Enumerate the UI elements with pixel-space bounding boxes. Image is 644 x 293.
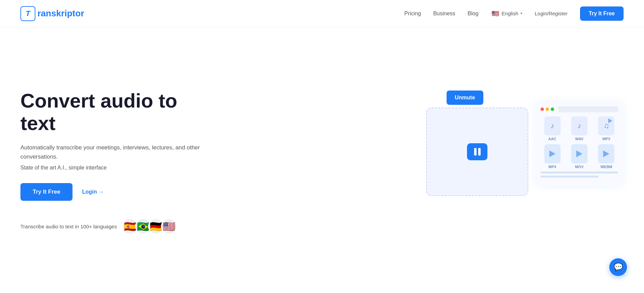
languages-text: Transcribe audio to text in 100+ languag… bbox=[20, 224, 117, 229]
login-register-link[interactable]: Login/Register bbox=[535, 11, 568, 16]
nav-links: Pricing Business Blog 🇺🇸 English ▾ Login… bbox=[404, 6, 624, 21]
flag-usa: 🇺🇸 bbox=[161, 218, 177, 234]
try-it-free-hero-button[interactable]: Try It Free bbox=[20, 183, 73, 201]
file-wav: ♪ WAV bbox=[567, 116, 591, 141]
unmute-button[interactable]: Unmute bbox=[447, 91, 483, 105]
file-label-mov: MOV bbox=[575, 165, 583, 169]
file-mp4: MP4 bbox=[541, 144, 564, 169]
file-label-wav: WAV bbox=[575, 137, 583, 141]
dot-yellow bbox=[546, 108, 549, 111]
text-line-2 bbox=[541, 176, 599, 178]
language-selector[interactable]: 🇺🇸 English ▾ bbox=[491, 9, 522, 18]
file-label-mp3: MP3 bbox=[602, 137, 610, 141]
logo-text: ranskriptor bbox=[37, 8, 84, 19]
dot-green bbox=[551, 108, 554, 111]
hero-subtitle1: Automatically transcribe your meetings, … bbox=[20, 143, 218, 161]
nav-business[interactable]: Business bbox=[433, 11, 455, 17]
pause-button[interactable] bbox=[467, 143, 487, 160]
hero-left-content: Convert audio to text Automatically tran… bbox=[20, 89, 218, 234]
language-label: English bbox=[502, 11, 518, 16]
chat-support-button[interactable]: 💬 bbox=[609, 258, 627, 276]
file-label-webm: WEBM bbox=[600, 165, 612, 169]
file-mov: MOV bbox=[567, 144, 591, 169]
hero-buttons: Try It Free Login → bbox=[20, 183, 218, 201]
play-icon-mp3 bbox=[608, 118, 612, 123]
nav-blog[interactable]: Blog bbox=[468, 11, 479, 17]
hero-section: Convert audio to text Automatically tran… bbox=[0, 27, 644, 293]
login-link[interactable]: Login → bbox=[82, 189, 104, 195]
nav-pricing[interactable]: Pricing bbox=[404, 11, 421, 17]
file-label-mp4: MP4 bbox=[548, 165, 556, 169]
us-flag-icon: 🇺🇸 bbox=[491, 9, 500, 18]
file-icon-mp3: ♫ bbox=[598, 116, 614, 135]
chevron-down-icon: ▾ bbox=[520, 11, 522, 16]
pause-bar-left bbox=[474, 148, 477, 156]
try-it-free-nav-button[interactable]: Try It Free bbox=[580, 6, 624, 21]
play-triangle-webm bbox=[603, 150, 609, 157]
player-card bbox=[426, 108, 528, 196]
browser-dots bbox=[541, 106, 618, 112]
logo-link[interactable]: T ranskriptor bbox=[20, 6, 84, 21]
file-icon-mp4 bbox=[544, 144, 561, 163]
search-bar bbox=[559, 106, 618, 112]
music-note-wav-icon: ♪ bbox=[577, 121, 581, 130]
logo-icon: T bbox=[20, 6, 35, 21]
pause-icon bbox=[474, 148, 481, 156]
file-icon-aac: ♪ bbox=[544, 116, 561, 135]
file-mp3: ♫ MP3 bbox=[595, 116, 618, 141]
files-grid: ♪ AAC ♪ WAV ♫ MP3 bbox=[541, 116, 618, 169]
hero-subtitle2: State of the art A.I., simple interface bbox=[20, 165, 218, 171]
file-icon-wav: ♪ bbox=[571, 116, 587, 135]
flags-group: 🇪🇸 🇧🇷 🇩🇪 🇺🇸 bbox=[122, 218, 177, 234]
file-webm: WEBM bbox=[595, 144, 618, 169]
navbar: T ranskriptor Pricing Business Blog 🇺🇸 E… bbox=[0, 0, 644, 27]
text-lines-area bbox=[541, 172, 618, 178]
file-icon-mov bbox=[571, 144, 587, 163]
dot-red bbox=[541, 108, 544, 111]
play-triangle-mp4 bbox=[549, 150, 556, 157]
music-note-icon: ♪ bbox=[550, 121, 554, 130]
file-label-aac: AAC bbox=[548, 137, 557, 141]
hero-illustration: Unmute ♪ bbox=[426, 91, 624, 233]
text-line-1 bbox=[541, 172, 618, 174]
play-triangle-mov bbox=[576, 150, 582, 157]
hero-languages: Transcribe audio to text in 100+ languag… bbox=[20, 218, 218, 234]
chat-icon: 💬 bbox=[614, 263, 623, 272]
file-icon-webm bbox=[598, 144, 614, 163]
files-card: ♪ AAC ♪ WAV ♫ MP3 bbox=[535, 101, 624, 185]
file-aac: ♪ AAC bbox=[541, 116, 564, 141]
pause-bar-right bbox=[478, 148, 481, 156]
hero-title: Convert audio to text bbox=[20, 89, 218, 135]
